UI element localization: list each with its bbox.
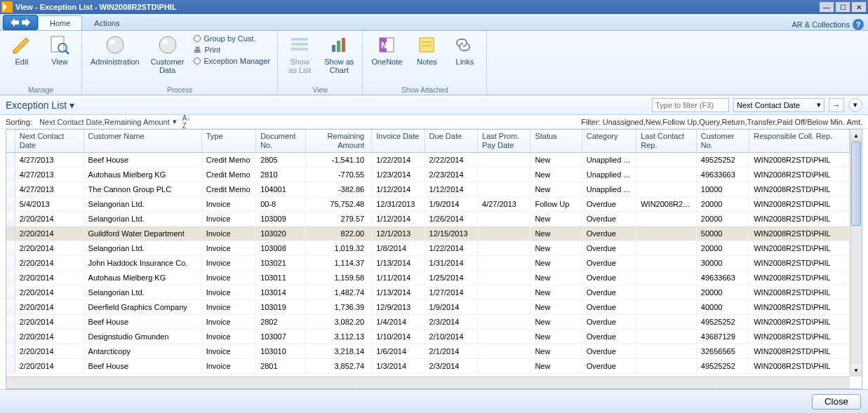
- tab-actions[interactable]: Actions: [82, 15, 131, 30]
- table-row[interactable]: 2/20/2014Autohaus Mielberg KGInvoice1030…: [6, 271, 850, 285]
- administration-button[interactable]: Administration: [86, 32, 144, 67]
- cell-status: New: [530, 153, 582, 168]
- col-customer-name[interactable]: Customer Name: [84, 130, 201, 153]
- printer-icon: 🖶: [194, 46, 201, 54]
- nav-app-button[interactable]: [3, 15, 38, 30]
- cell-status: New: [530, 226, 582, 241]
- row-selector[interactable]: [6, 256, 15, 271]
- col-type[interactable]: Type: [201, 130, 255, 153]
- filter-input[interactable]: [652, 98, 729, 112]
- table-row[interactable]: 4/27/2013Autohaus Mielberg KGCredit Memo…: [6, 168, 850, 182]
- col-last-prom-pay-date[interactable]: Last Prom. Pay Date: [478, 130, 530, 153]
- row-selector[interactable]: [6, 168, 15, 182]
- col-due-date[interactable]: Due Date: [425, 130, 477, 153]
- cell-cat: Overdue: [582, 197, 636, 212]
- cell-ncd: 4/27/2013: [15, 153, 84, 168]
- row-selector-header[interactable]: [6, 130, 15, 153]
- svg-marker-2: [13, 38, 29, 53]
- scroll-down-icon[interactable]: ▼: [850, 365, 862, 377]
- cell-doc: 103010: [256, 344, 306, 359]
- row-selector[interactable]: [6, 330, 15, 344]
- row-selector[interactable]: [6, 197, 15, 212]
- breadcrumb-dropdown[interactable]: Exception List ▾: [6, 100, 74, 111]
- close-button[interactable]: Close: [812, 394, 861, 409]
- row-selector[interactable]: [6, 300, 15, 315]
- edit-button[interactable]: Edit: [4, 32, 39, 67]
- table-row[interactable]: 2/20/2014Guildford Water DepartmentInvoi…: [6, 226, 850, 241]
- col-last-contact-rep[interactable]: Last Contact Rep.: [636, 130, 697, 153]
- show-as-list-button[interactable]: Show as List: [282, 32, 317, 76]
- row-selector[interactable]: [6, 153, 15, 168]
- print-button[interactable]: 🖶Print: [191, 45, 273, 55]
- note-icon: [415, 34, 438, 56]
- exception-manager-option[interactable]: Exception Manager: [191, 56, 273, 66]
- onenote-button[interactable]: N OneNote: [367, 32, 406, 67]
- cell-cno: 43687129: [696, 330, 749, 344]
- links-button[interactable]: Links: [447, 32, 482, 67]
- vertical-scrollbar[interactable]: ▲ ▼: [850, 130, 862, 377]
- cell-inv: 1/13/2014: [372, 256, 425, 271]
- arrow-right-icon: →: [833, 101, 841, 109]
- row-selector[interactable]: [6, 182, 15, 197]
- col-next-contact-date[interactable]: Next Contact Date: [15, 130, 84, 153]
- cell-due: 1/27/2014: [425, 285, 477, 300]
- table-row[interactable]: 2/20/2014Selangorian Ltd.Invoice1030141,…: [6, 285, 850, 300]
- table-row[interactable]: 4/27/2013Beef HouseCredit Memo2805-1,541…: [6, 153, 850, 168]
- customer-data-button[interactable]: Customer Data: [147, 32, 189, 76]
- row-selector[interactable]: [6, 212, 15, 226]
- col-status[interactable]: Status: [530, 130, 582, 153]
- cell-lpp: [478, 241, 530, 256]
- col-responsible-coll-rep[interactable]: Responsible Coll. Rep.: [749, 130, 850, 153]
- cell-rcr: WIN2008R2STD\PHIL: [749, 344, 850, 359]
- sorting-value-dropdown[interactable]: Next Contact Date,Remaining Amount ▾: [39, 117, 177, 126]
- horizontal-scrollbar[interactable]: [6, 377, 850, 388]
- cell-lcr: [636, 285, 697, 300]
- expand-button[interactable]: ▾: [848, 98, 862, 112]
- minimize-button[interactable]: —: [819, 1, 834, 13]
- cell-lpp: [478, 153, 530, 168]
- cell-ncd: 2/20/2014: [15, 315, 84, 330]
- table-row[interactable]: 2/20/2014Selangorian Ltd.Invoice1030081,…: [6, 241, 850, 256]
- table-row[interactable]: 2/20/2014Designstudio GmundenInvoice1030…: [6, 330, 850, 344]
- cell-doc: 2810: [256, 168, 306, 182]
- row-selector[interactable]: [6, 285, 15, 300]
- group-label-view: View: [313, 86, 328, 95]
- table-row[interactable]: 2/20/2014John Haddock Insurance Co.Invoi…: [6, 256, 850, 271]
- table-row[interactable]: 2/20/2014AntarcticopyInvoice1030103,218.…: [6, 344, 850, 359]
- go-button[interactable]: →: [829, 98, 844, 112]
- col-category[interactable]: Category: [582, 130, 636, 153]
- scroll-up-icon[interactable]: ▲: [850, 130, 862, 142]
- table-row[interactable]: 2/20/2014Selangorian Ltd.Invoice10300927…: [6, 212, 850, 226]
- cell-rem: -1,541.10: [306, 153, 372, 168]
- close-window-button[interactable]: ✕: [851, 1, 867, 13]
- row-selector[interactable]: [6, 241, 15, 256]
- col-remaining-amount[interactable]: Remaining Amount: [306, 130, 372, 153]
- table-row[interactable]: 2/20/2014Beef HouseInvoice28013,852.741/…: [6, 359, 850, 374]
- table-row[interactable]: 2/20/2014Beef HouseInvoice28023,082.201/…: [6, 315, 850, 330]
- cell-cno: 20000: [696, 285, 749, 300]
- table-row[interactable]: 4/27/2013The Cannon Group PLCCredit Memo…: [6, 182, 850, 197]
- row-selector[interactable]: [6, 226, 15, 241]
- col-customer-no[interactable]: Customer No.: [696, 130, 749, 153]
- scrollbar-thumb[interactable]: [851, 142, 861, 226]
- view-button[interactable]: View: [42, 32, 77, 67]
- cell-rcr: WIN2008R2STD\PHIL: [749, 168, 850, 182]
- row-selector[interactable]: [6, 359, 15, 374]
- table-row[interactable]: 5/4/2013Selangorian Ltd.Invoice00-875,75…: [6, 197, 850, 212]
- sort-asc-icon[interactable]: A↓Z: [182, 114, 191, 130]
- maximize-button[interactable]: ☐: [835, 1, 850, 13]
- notes-button[interactable]: Notes: [409, 32, 444, 67]
- row-selector[interactable]: [6, 271, 15, 285]
- help-icon[interactable]: ?: [853, 19, 864, 30]
- col-document-no[interactable]: Document No.: [256, 130, 306, 153]
- col-invoice-date[interactable]: Invoice Date: [372, 130, 425, 153]
- row-selector[interactable]: [6, 344, 15, 359]
- tab-home[interactable]: Home: [38, 15, 82, 30]
- show-as-chart-button[interactable]: Show as Chart: [320, 32, 358, 76]
- cell-type: Invoice: [201, 256, 255, 271]
- row-selector[interactable]: [6, 315, 15, 330]
- cell-type: Invoice: [201, 212, 255, 226]
- table-row[interactable]: 2/20/2014Deerfield Graphics CompanyInvoi…: [6, 300, 850, 315]
- sort-field-dropdown[interactable]: Next Contact Date ▾: [733, 98, 824, 112]
- group-by-cust-option[interactable]: Group by Cust.: [191, 34, 273, 43]
